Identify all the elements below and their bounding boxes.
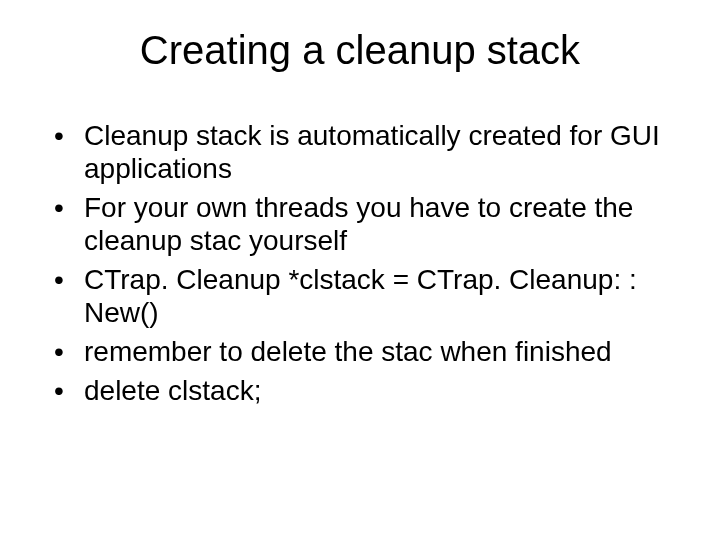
list-item: Cleanup stack is automatically created f…	[50, 119, 680, 185]
slide-title: Creating a cleanup stack	[40, 28, 680, 73]
list-item: delete clstack;	[50, 374, 680, 407]
slide: Creating a cleanup stack Cleanup stack i…	[0, 0, 720, 540]
list-item: For your own threads you have to create …	[50, 191, 680, 257]
list-item: CTrap. Cleanup *clstack = CTrap. Cleanup…	[50, 263, 680, 329]
list-item: remember to delete the stac when finishe…	[50, 335, 680, 368]
bullet-list: Cleanup stack is automatically created f…	[40, 119, 680, 407]
